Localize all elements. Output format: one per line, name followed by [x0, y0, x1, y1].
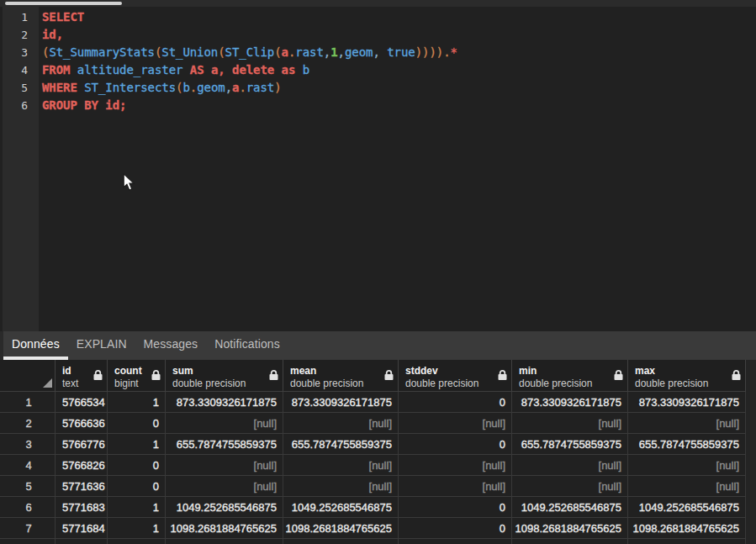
- data-cell[interactable]: 1049.252685546875: [166, 497, 283, 518]
- data-cell[interactable]: 0: [399, 518, 512, 539]
- sql-editor[interactable]: 123456 SELECTid,(St_SummaryStats(St_Unio…: [0, 7, 756, 331]
- data-cell[interactable]: 5771636: [56, 476, 108, 497]
- data-cell[interactable]: 655.7874755859375: [283, 434, 399, 455]
- data-cell[interactable]: 0: [399, 497, 512, 518]
- data-cell[interactable]: [null]: [166, 413, 283, 434]
- sql-token: rast: [246, 81, 274, 94]
- data-cell[interactable]: [null]: [283, 413, 399, 434]
- data-cell[interactable]: 1: [108, 392, 166, 413]
- column-header-id[interactable]: idtext: [56, 360, 108, 392]
- column-header-sum[interactable]: sumdouble precision: [166, 360, 283, 392]
- data-cell[interactable]: [null]: [166, 476, 283, 497]
- data-cell[interactable]: [null]: [399, 476, 512, 497]
- tab-données[interactable]: Données: [3, 331, 68, 360]
- data-cell[interactable]: [null]: [283, 476, 399, 497]
- row-number-cell[interactable]: 3: [0, 434, 56, 455]
- sql-token: (: [274, 45, 281, 59]
- table-row: 6577168311049.2526855468751049.252685546…: [0, 497, 756, 518]
- sql-line: SELECT: [42, 8, 457, 26]
- data-cell[interactable]: 873.3309326171875: [166, 392, 283, 413]
- lock-icon-glyph: [151, 369, 161, 381]
- data-cell[interactable]: [null]: [399, 413, 512, 434]
- data-cell[interactable]: [null]: [283, 455, 399, 476]
- data-cell[interactable]: 1098.2681884765625: [512, 518, 628, 539]
- data-cell[interactable]: [null]: [628, 455, 746, 476]
- data-cell[interactable]: [628, 539, 746, 544]
- column-header-min[interactable]: mindouble precision: [512, 360, 628, 392]
- tab-notifications[interactable]: Notifications: [206, 331, 288, 360]
- data-cell[interactable]: 1: [108, 518, 166, 539]
- lock-body: [385, 374, 394, 380]
- lock-icon-glyph: [93, 369, 103, 381]
- data-cell[interactable]: 0: [108, 455, 166, 476]
- sql-token: .: [239, 81, 246, 94]
- row-number-cell[interactable]: 6: [0, 497, 56, 518]
- row-number-cell[interactable]: 2: [0, 413, 56, 434]
- sql-token: St_Union: [161, 45, 218, 59]
- data-cell[interactable]: [null]: [399, 455, 512, 476]
- column-header-max[interactable]: maxdouble precision: [628, 360, 746, 392]
- data-cell[interactable]: [null]: [628, 476, 746, 497]
- data-cell[interactable]: 1098.2681884765625: [628, 518, 746, 539]
- data-cell[interactable]: 1049.252685546875: [283, 497, 399, 518]
- data-cell[interactable]: 1098.2681884765625: [283, 518, 399, 539]
- data-cell[interactable]: 1: [108, 497, 166, 518]
- data-cell[interactable]: 0: [399, 434, 512, 455]
- tab-messages[interactable]: Messages: [135, 331, 207, 360]
- data-cell[interactable]: [56, 539, 108, 544]
- data-cell[interactable]: 0: [108, 476, 166, 497]
- data-cell[interactable]: [283, 539, 399, 544]
- data-cell[interactable]: [null]: [512, 413, 628, 434]
- table-row: 357667761655.7874755859375655.7874755859…: [0, 434, 756, 455]
- tab-explain[interactable]: EXPLAIN: [68, 331, 135, 360]
- row-number-cell[interactable]: 1: [0, 392, 56, 413]
- column-header-stddev[interactable]: stddevdouble precision: [399, 360, 512, 392]
- data-cell[interactable]: [166, 539, 283, 544]
- data-cell[interactable]: 5771683: [56, 497, 108, 518]
- row-number-cell[interactable]: [0, 539, 56, 544]
- data-cell[interactable]: 873.3309326171875: [283, 392, 399, 413]
- data-cell[interactable]: [null]: [512, 455, 628, 476]
- row-number-cell[interactable]: 7: [0, 518, 56, 539]
- lock-icon: [268, 369, 279, 384]
- data-cell[interactable]: 0: [108, 413, 166, 434]
- data-cell[interactable]: 873.3309326171875: [512, 392, 628, 413]
- editor-top-scrollbar-thumb[interactable]: [5, 2, 122, 5]
- data-cell[interactable]: 5766636: [56, 413, 108, 434]
- data-cell[interactable]: 5766534: [56, 392, 108, 413]
- data-cell[interactable]: 655.7874755859375: [628, 434, 746, 455]
- sql-token: [225, 63, 232, 77]
- data-cell[interactable]: [null]: [166, 455, 283, 476]
- data-cell[interactable]: 5771684: [56, 518, 108, 539]
- grid-select-all-header[interactable]: [0, 360, 56, 392]
- editor-top-scrollbar[interactable]: [0, 0, 756, 7]
- sql-token: id,: [42, 28, 63, 41]
- data-cell[interactable]: [108, 539, 166, 544]
- row-number-cell[interactable]: 4: [0, 455, 56, 476]
- data-cell[interactable]: [399, 539, 512, 544]
- column-header-count[interactable]: countbigint: [108, 360, 166, 392]
- data-cell[interactable]: 0: [399, 392, 512, 413]
- sql-token: true: [387, 45, 415, 59]
- row-number-cell[interactable]: 5: [0, 476, 56, 497]
- data-cell[interactable]: 655.7874755859375: [512, 434, 628, 455]
- data-cell[interactable]: [null]: [628, 413, 746, 434]
- data-cell[interactable]: 1049.252685546875: [512, 497, 628, 518]
- sql-token: ,: [338, 45, 345, 59]
- sql-token: ,: [373, 45, 387, 59]
- sql-code[interactable]: SELECTid,(St_SummaryStats(St_Union(ST_Cl…: [42, 8, 457, 114]
- data-cell[interactable]: 873.3309326171875: [628, 392, 746, 413]
- data-cell[interactable]: [512, 539, 628, 544]
- data-cell[interactable]: 1: [108, 434, 166, 455]
- data-cell[interactable]: 5766826: [56, 455, 108, 476]
- data-cell[interactable]: [null]: [512, 476, 628, 497]
- column-type: double precision: [405, 378, 511, 389]
- data-cell[interactable]: 1049.252685546875: [628, 497, 746, 518]
- sql-token: a: [282, 45, 288, 59]
- data-cell[interactable]: 655.7874755859375: [166, 434, 283, 455]
- lock-shackle: [154, 371, 159, 375]
- data-cell[interactable]: 1098.2681884765625: [166, 518, 283, 539]
- column-header-mean[interactable]: meandouble precision: [283, 360, 399, 392]
- lock-icon-glyph: [497, 369, 508, 381]
- data-cell[interactable]: 5766776: [56, 434, 108, 455]
